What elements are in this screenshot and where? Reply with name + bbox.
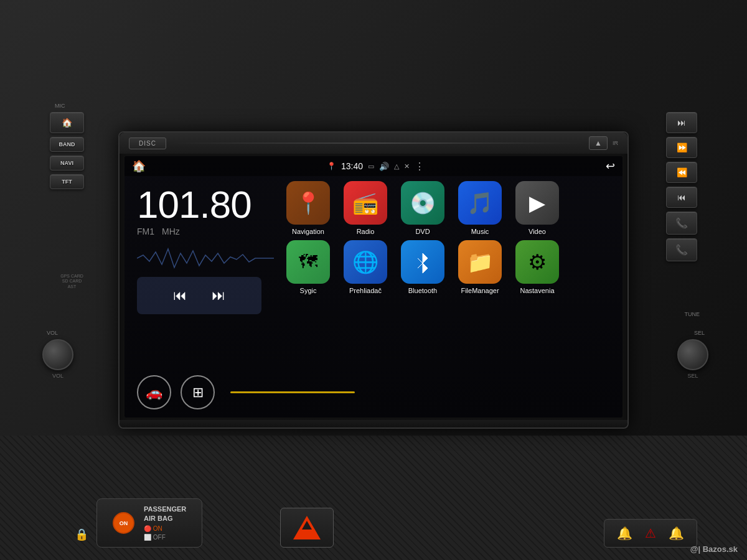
vol-knob-label: VOL — [52, 373, 63, 379]
dvd-icon: 💿 — [401, 181, 444, 225]
dock-indicator — [230, 391, 355, 393]
prehliadac-label: Prehliadač — [349, 287, 382, 294]
warning-icon-1: 🔔 — [617, 526, 632, 541]
left-button-panel: 🏠 BAND NAVI TFT — [50, 112, 84, 189]
hazard-triangle-icon — [293, 516, 321, 539]
frequency-panel: 101.80 FM1 MHz ⏮ ⏭ — [125, 176, 274, 406]
screen-container: 🏠 📍 13:40 ▭ 🔊 △ ✕ ⋮ ↩ — [125, 156, 622, 418]
lock-icon[interactable]: 🔒 — [75, 528, 88, 541]
app-settings[interactable]: ⚙ Nastavenia — [512, 240, 562, 294]
home-button[interactable]: 🏠 — [50, 112, 84, 133]
settings-icon: ⚙ — [515, 240, 559, 284]
warning-icons-panel: 🔔 ⚠ 🔔 — [604, 519, 697, 548]
status-left: 🏠 — [132, 159, 146, 173]
warning-icon-3: 🔔 — [669, 526, 684, 541]
sel-knob-label: SEL — [687, 373, 698, 379]
filemanager-icon: 📁 — [458, 240, 502, 284]
car-bottom: 🔒 ON PASSENGER AIR BAG 🔴 ON ⬜ OFF — [0, 445, 747, 560]
media-controls: ⏮ ⏭ — [137, 277, 261, 314]
location-icon: 📍 — [327, 162, 336, 170]
app-navigation[interactable]: 📍 Navigation — [283, 181, 333, 235]
video-label: Video — [529, 228, 546, 235]
app-music[interactable]: 🎵 Music — [455, 181, 505, 235]
prev-track-button[interactable]: ⏮ — [666, 187, 697, 208]
bottom-dock: 🚗 ⊞ — [125, 372, 367, 413]
sygic-label: Sygic — [300, 287, 317, 294]
status-bar: 🏠 📍 13:40 ▭ 🔊 △ ✕ ⋮ ↩ — [125, 156, 622, 176]
app-video[interactable]: ▶ Video — [512, 181, 562, 235]
navigation-label: Navigation — [292, 228, 324, 235]
filemanager-label: FileManager — [461, 287, 499, 294]
gps-sd-label: GPS CARDSD CARDAST — [55, 274, 89, 289]
triangle-icon: △ — [394, 162, 399, 170]
tune-label: TUNE — [685, 311, 700, 317]
apps-dock-icon[interactable]: ⊞ — [181, 375, 215, 409]
app-browser[interactable]: 🌐 Prehliadač — [341, 240, 390, 294]
navigation-icon: 📍 — [286, 181, 330, 225]
next-track-button[interactable]: ⏭ — [666, 112, 697, 133]
right-button-panel: ⏭ ⏩ ⏪ ⏮ 📞 📞 — [666, 112, 697, 261]
video-icon: ▶ — [515, 181, 559, 225]
prev-button[interactable]: ⏮ — [170, 284, 190, 307]
hazard-button[interactable] — [280, 508, 334, 548]
fast-forward-button[interactable]: ⏩ — [666, 137, 697, 158]
app-row-1: 📍 Navigation 📻 Radio — [283, 181, 613, 235]
screen: 🏠 📍 13:40 ▭ 🔊 △ ✕ ⋮ ↩ — [125, 156, 622, 418]
vol-knob[interactable] — [42, 339, 73, 370]
bazos-watermark: @| Bazos.sk — [690, 544, 738, 554]
band-button[interactable]: BAND — [50, 137, 84, 152]
call-answer-button[interactable]: 📞 — [666, 212, 697, 235]
status-right: ↩ — [606, 159, 615, 173]
rect-icon: ▭ — [368, 162, 374, 170]
call-end-button[interactable]: 📞 — [666, 238, 697, 261]
disc-slot: DISC — [129, 138, 166, 149]
frequency-display: 101.80 — [137, 185, 261, 224]
radio-label: Radio — [357, 228, 375, 235]
app-sygic[interactable]: 🗺 Sygic — [283, 240, 333, 294]
pwr-label: VOL — [47, 330, 58, 336]
airbag-on-indicator: ON — [113, 512, 134, 534]
car-dock-icon[interactable]: 🚗 — [137, 375, 171, 409]
mic-label: MIC — [55, 103, 65, 109]
main-content: 101.80 FM1 MHz ⏮ ⏭ — [125, 176, 622, 406]
navi-button[interactable]: NAVI — [50, 156, 84, 170]
head-unit: DISC ▲ IR 🏠 📍 13:40 ▭ 🔊 — [118, 131, 629, 429]
waveform-display — [137, 246, 274, 271]
sel-knob[interactable] — [677, 339, 708, 370]
menu-dots-icon[interactable]: ⋮ — [415, 161, 425, 172]
back-icon[interactable]: ↩ — [606, 159, 615, 173]
status-center: 📍 13:40 ▭ 🔊 △ ✕ ⋮ — [327, 161, 425, 172]
app-row-2: 🗺 Sygic 🌐 Prehliadač — [283, 240, 613, 294]
app-dvd[interactable]: 💿 DVD — [398, 181, 448, 235]
ir-label: IR — [613, 140, 618, 146]
close-status-icon: ✕ — [404, 162, 410, 170]
next-button[interactable]: ⏭ — [209, 284, 228, 307]
app-filemanager[interactable]: 📁 FileManager — [455, 240, 505, 294]
app-bluetooth[interactable]: Bluetooth — [398, 240, 448, 294]
settings-label: Nastavenia — [520, 287, 554, 294]
time-display: 13:40 — [341, 161, 363, 171]
unit-label: MHz — [162, 226, 180, 236]
top-strip: DISC ▲ IR — [120, 133, 627, 154]
hardware-bottom — [120, 420, 627, 427]
volume-status-icon: 🔊 — [379, 162, 389, 171]
radio-icon: 📻 — [344, 181, 387, 225]
home-status-icon[interactable]: 🏠 — [132, 159, 146, 173]
sel-label: SEL — [694, 330, 705, 336]
bluetooth-label: Bluetooth — [408, 287, 437, 294]
bluetooth-icon — [401, 240, 444, 284]
frequency-labels: FM1 MHz — [137, 226, 261, 236]
music-label: Music — [471, 228, 489, 235]
airbag-label: PASSENGER AIR BAG 🔴 ON ⬜ OFF — [144, 505, 186, 541]
disc-line — [172, 142, 583, 144]
eject-button[interactable]: ▲ — [589, 136, 608, 150]
rewind-button[interactable]: ⏪ — [666, 162, 697, 183]
band-label: FM1 — [137, 226, 154, 236]
tft-button[interactable]: TFT — [50, 174, 84, 189]
airbag-panel: ON PASSENGER AIR BAG 🔴 ON ⬜ OFF — [96, 498, 202, 548]
dvd-label: DVD — [415, 228, 430, 235]
browser-icon: 🌐 — [344, 240, 387, 284]
app-radio[interactable]: 📻 Radio — [341, 181, 390, 235]
music-icon: 🎵 — [458, 181, 502, 225]
warning-icon-2: ⚠ — [645, 526, 656, 541]
